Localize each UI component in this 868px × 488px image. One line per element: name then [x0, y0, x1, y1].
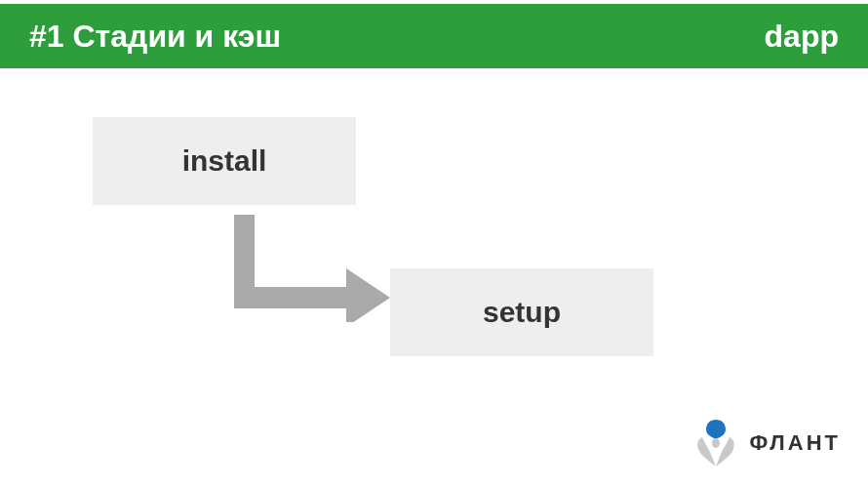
arrow-down-right-icon: [234, 215, 400, 322]
svg-point-0: [712, 438, 720, 448]
slide-header: #1 Стадии и кэш dapp: [0, 0, 868, 68]
stage-box-install: install: [93, 117, 356, 205]
stage-box-setup: setup: [390, 268, 653, 356]
flant-logo-icon: [692, 418, 739, 468]
slide-title: #1 Стадии и кэш: [29, 19, 281, 55]
stage-label: setup: [483, 296, 561, 329]
footer-logo: ФЛАНТ: [692, 418, 841, 468]
slide-brand: dapp: [765, 19, 839, 55]
slide-content: install setup ФЛАНТ: [0, 68, 868, 488]
footer-company-name: ФЛАНТ: [749, 430, 841, 456]
stage-label: install: [182, 144, 267, 178]
